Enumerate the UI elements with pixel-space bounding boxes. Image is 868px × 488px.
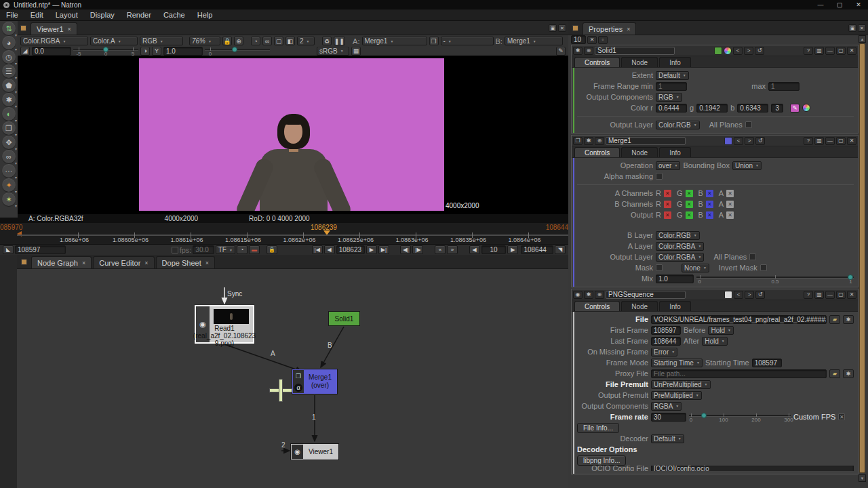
- time-nodes-icon[interactable]: ◷: [2, 50, 16, 64]
- out-frame-field[interactable]: 108644: [521, 245, 553, 254]
- invert-mask-checkbox[interactable]: [760, 264, 767, 271]
- file-field[interactable]: VORKS/UNREAL/frames_test04_png/real_a2f_…: [651, 315, 827, 324]
- timeformat-dropdown[interactable]: TF: [216, 245, 235, 254]
- out-channel-g-checkbox[interactable]: ✕: [686, 211, 693, 219]
- prev-increment-button[interactable]: ◀|: [400, 245, 411, 254]
- colorwheel-icon[interactable]: [802, 104, 810, 112]
- close-panel-icon[interactable]: ✕: [847, 137, 856, 145]
- a-channel-a-checkbox[interactable]: ✕: [726, 190, 734, 197]
- other-nodes-icon[interactable]: ⋯: [2, 164, 16, 178]
- reload-file-icon[interactable]: ✱: [843, 315, 854, 324]
- minimize-panel-icon[interactable]: —: [825, 47, 835, 55]
- gmic-nodes-icon[interactable]: ✦: [2, 178, 16, 192]
- decrement-step-button[interactable]: ◀: [469, 245, 480, 254]
- mix-slider[interactable]: 0 0.5 1: [696, 274, 854, 283]
- frame-range-min-field[interactable]: 1: [656, 82, 687, 91]
- last-frame-field[interactable]: 108644: [651, 337, 681, 346]
- go-first-frame-button[interactable]: |◀: [312, 245, 323, 254]
- scroll-down-icon[interactable]: ▼: [859, 474, 866, 482]
- mask-checkbox[interactable]: [656, 264, 663, 271]
- gain-field[interactable]: 0.0: [32, 47, 71, 56]
- max-panels-field[interactable]: 10: [571, 35, 586, 44]
- b-channel-a-checkbox[interactable]: ✕: [726, 201, 734, 208]
- channel-nodes-icon[interactable]: ☰: [2, 64, 16, 78]
- hide-unmodified-icon[interactable]: ▥: [814, 137, 824, 145]
- mix-field[interactable]: 1.0: [656, 274, 694, 283]
- close-all-panels-icon[interactable]: ✕: [587, 36, 597, 44]
- minimize-panel-icon[interactable]: —: [825, 137, 835, 145]
- tab-info[interactable]: Info: [659, 147, 691, 157]
- transform-nodes-icon[interactable]: ✥: [2, 136, 16, 149]
- color-nodes-icon[interactable]: ⬟: [2, 79, 16, 92]
- output-layer-dropdown[interactable]: Color.RGB: [656, 121, 700, 129]
- starting-time-field[interactable]: 108597: [752, 359, 782, 367]
- gamma-toggle-icon[interactable]: ◑: [140, 47, 150, 56]
- frame-range-max-field[interactable]: 1: [768, 82, 800, 91]
- restore-defaults-icon[interactable]: ↺: [755, 137, 765, 145]
- output-components-dropdown[interactable]: RGBA: [651, 402, 682, 411]
- settings-gear-icon[interactable]: ✱: [584, 291, 593, 299]
- tab-dope-sheet[interactable]: Dope Sheet ×: [156, 256, 215, 268]
- close-tab-icon[interactable]: ×: [627, 26, 630, 33]
- set-out-point-icon[interactable]: ◥: [555, 245, 566, 254]
- out-channel-r-checkbox[interactable]: ✕: [664, 211, 671, 219]
- proxy-file-field[interactable]: File path...: [651, 369, 827, 378]
- center-node-icon[interactable]: ⊕: [595, 291, 604, 299]
- layer-dropdown[interactable]: Color.RGBA: [20, 37, 88, 45]
- display-channels-dropdown[interactable]: RGB: [140, 37, 183, 45]
- center-image-icon[interactable]: ⊕: [234, 37, 243, 45]
- tab-controls[interactable]: Controls: [574, 301, 620, 311]
- float-panel-icon[interactable]: ▢: [836, 47, 846, 55]
- nodegraph-canvas[interactable]: Sync ◉ Read1 (real_a2f_02.108623 9.png) …: [17, 270, 568, 488]
- color-r-field[interactable]: 0.6444: [656, 104, 687, 113]
- close-pane-icon[interactable]: ✕: [858, 24, 866, 32]
- settings-gear-icon[interactable]: ✱: [573, 47, 583, 55]
- frame-rate-field[interactable]: 30: [651, 413, 686, 422]
- output-layer-dropdown[interactable]: Color.RGBA: [656, 253, 704, 262]
- overlay-color-icon[interactable]: [724, 47, 732, 55]
- wipe-enabled-icon[interactable]: ▢: [274, 37, 283, 45]
- out-channel-b-checkbox[interactable]: ✕: [706, 211, 713, 219]
- go-last-frame-button[interactable]: ▶|: [378, 245, 389, 254]
- close-tab-icon[interactable]: ×: [82, 260, 85, 266]
- timeline[interactable]: 085970 1086239 108644 1.086e+061.08605e+…: [0, 223, 568, 244]
- on-missing-frame-dropdown[interactable]: Error: [651, 348, 677, 357]
- extent-dropdown[interactable]: Default: [656, 71, 689, 80]
- node-read1[interactable]: ◉ Read1 (real_a2f_02.108623 9.png): [195, 305, 254, 344]
- tab-controls[interactable]: Controls: [574, 147, 620, 157]
- tab-info[interactable]: Info: [659, 301, 691, 311]
- filter-nodes-icon[interactable]: ✱: [2, 93, 16, 106]
- before-dropdown[interactable]: Hold: [708, 326, 734, 335]
- scroll-up-icon[interactable]: ▲: [859, 35, 866, 43]
- mask-channel-dropdown[interactable]: None: [682, 264, 709, 272]
- cache-lock-icon[interactable]: 🔒: [267, 245, 277, 254]
- prev-keyframe-button[interactable]: «: [435, 245, 446, 254]
- menu-layout[interactable]: Layout: [50, 11, 84, 19]
- playback-mode-icon[interactable]: ◔: [237, 245, 248, 254]
- full-frame-icon[interactable]: ∞: [262, 37, 272, 45]
- file-premult-dropdown[interactable]: UnPreMultiplied: [651, 380, 711, 389]
- menu-file[interactable]: File: [0, 11, 24, 19]
- fps-lock-checkbox[interactable]: [172, 247, 178, 253]
- help-icon[interactable]: ?: [804, 137, 813, 145]
- render-cache-icon[interactable]: ▬: [249, 245, 260, 254]
- gain-slider[interactable]: -5 0 5: [73, 46, 138, 56]
- image-nodes-icon[interactable]: ⇅: [2, 22, 16, 35]
- proxy-mode-icon[interactable]: ◧: [285, 37, 295, 45]
- node-color-swatch[interactable]: [724, 137, 732, 145]
- alpha-masking-checkbox[interactable]: [656, 173, 663, 180]
- node-color-swatch[interactable]: [714, 47, 722, 55]
- gamma-field[interactable]: 1.0: [163, 47, 203, 56]
- float-panel-icon[interactable]: ▢: [836, 137, 846, 145]
- autocontrast-icon[interactable]: ◢: [20, 47, 30, 56]
- output-premult-dropdown[interactable]: PreMultiplied: [651, 391, 702, 400]
- a-channel-r-checkbox[interactable]: ✕: [664, 190, 671, 197]
- a-channel-g-checkbox[interactable]: ✕: [686, 190, 693, 197]
- node-merge1[interactable]: ❐ α Merge1 (over): [292, 369, 338, 394]
- redo-icon[interactable]: >: [745, 137, 754, 145]
- b-layer-dropdown[interactable]: Color.RGB: [656, 231, 700, 240]
- open-proxy-icon[interactable]: ▰: [829, 369, 840, 378]
- after-dropdown[interactable]: Hold: [702, 337, 728, 346]
- undo-icon[interactable]: <: [734, 291, 743, 299]
- all-planes-checkbox[interactable]: [745, 121, 752, 128]
